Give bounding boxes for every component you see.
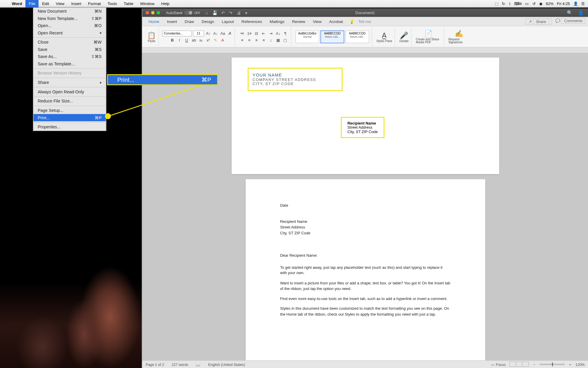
dropbox-icon[interactable]: ⬚ bbox=[495, 1, 499, 6]
sync-icon[interactable]: ↻ bbox=[502, 1, 505, 6]
share-button[interactable]: ↗ Share bbox=[526, 19, 552, 24]
close-icon[interactable] bbox=[146, 11, 149, 14]
italic-icon[interactable]: I bbox=[176, 37, 182, 43]
autosave-toggle[interactable] bbox=[184, 11, 193, 15]
tab-home[interactable]: Home bbox=[145, 17, 163, 25]
menu-table[interactable]: Table bbox=[120, 0, 137, 7]
menu-item[interactable]: Page Setup... bbox=[34, 107, 106, 114]
superscript-icon[interactable]: x² bbox=[205, 37, 211, 43]
numbering-icon[interactable]: 1≡ bbox=[246, 30, 252, 36]
menu-format[interactable]: Format bbox=[85, 0, 104, 7]
comments-button[interactable]: 💬 Comments bbox=[555, 19, 585, 24]
request-sign-button[interactable]: ✍Request Signatures bbox=[448, 30, 470, 44]
timemachine-icon[interactable]: ↺ bbox=[532, 1, 536, 6]
indent-icon[interactable]: ⇥ bbox=[268, 30, 274, 36]
align-center-icon[interactable]: ≡ bbox=[246, 37, 252, 43]
bold-icon[interactable]: B bbox=[169, 37, 175, 43]
search-icon[interactable]: 🔍 bbox=[567, 10, 573, 16]
tab-draw[interactable]: Draw bbox=[181, 17, 198, 25]
maximize-icon[interactable] bbox=[157, 11, 160, 14]
shrink-font-icon[interactable]: A↓ bbox=[213, 30, 218, 36]
paragraph-icon[interactable]: ¶ bbox=[282, 30, 288, 36]
tab-design[interactable]: Design bbox=[198, 17, 218, 25]
menu-item[interactable]: Reduce File Size... bbox=[34, 97, 106, 105]
highlight-icon[interactable]: ✎ bbox=[213, 37, 218, 43]
style-option[interactable]: AaBbCcDdEeNormal bbox=[295, 30, 319, 43]
menu-item[interactable]: Open...⌘O bbox=[34, 22, 106, 29]
menu-file[interactable]: File bbox=[26, 0, 39, 7]
view-buttons[interactable] bbox=[510, 362, 529, 367]
dictate-button[interactable]: 🎤Dictate bbox=[399, 31, 408, 42]
shading-icon[interactable]: ▦ bbox=[275, 37, 281, 43]
tab-insert[interactable]: Insert bbox=[163, 17, 181, 25]
menu-item[interactable]: Close⌘W bbox=[34, 39, 106, 46]
clear-format-icon[interactable]: A̸ bbox=[227, 30, 233, 36]
tab-view[interactable]: View bbox=[309, 17, 325, 25]
bullets-icon[interactable]: •≡ bbox=[239, 30, 245, 36]
menu-item[interactable]: New from Template...⇧⌘P bbox=[34, 15, 106, 22]
menu-item[interactable]: Save⌘S bbox=[34, 46, 106, 53]
menu-item[interactable]: Always Open Read-Only bbox=[34, 88, 106, 95]
outdent-icon[interactable]: ⇤ bbox=[261, 30, 267, 36]
align-left-icon[interactable]: ≡ bbox=[239, 37, 245, 43]
menu-item[interactable]: Properties... bbox=[34, 123, 106, 130]
menu-item[interactable]: Save as Template... bbox=[34, 60, 106, 67]
page-count[interactable]: Page 1 of 2 bbox=[146, 362, 164, 366]
chevron-down-icon[interactable]: ▾ bbox=[245, 10, 247, 15]
spellcheck-icon[interactable]: 📖 bbox=[196, 362, 201, 366]
word-count[interactable]: 227 words bbox=[172, 362, 188, 366]
strike-icon[interactable]: ab bbox=[191, 37, 197, 43]
menu-item[interactable]: Print...⌘P bbox=[34, 114, 106, 121]
account-icon[interactable]: 👤 bbox=[578, 10, 584, 16]
sender-block[interactable]: YOUR NAME COMPANY STREET ADDRESS CITY, S… bbox=[248, 68, 343, 91]
display-icon[interactable]: ▭ bbox=[525, 1, 529, 6]
home-icon[interactable]: ⌂ bbox=[205, 10, 208, 15]
menu-item[interactable]: New Document⌘N bbox=[34, 8, 106, 15]
styles-pane-button[interactable]: A̲Styles Pane bbox=[376, 31, 392, 42]
borders-icon[interactable]: ▢ bbox=[282, 37, 288, 43]
menu-item[interactable]: Share bbox=[34, 79, 106, 86]
menu-edit[interactable]: Edit bbox=[39, 0, 53, 7]
focus-mode[interactable]: ▭ Focus bbox=[491, 362, 506, 366]
tab-layout[interactable]: Layout bbox=[218, 17, 238, 25]
envelope-page[interactable]: YOUR NAME COMPANY STREET ADDRESS CITY, S… bbox=[231, 58, 499, 174]
menu-view[interactable]: View bbox=[52, 0, 68, 7]
tell-me[interactable]: Tell me bbox=[355, 17, 375, 25]
minimize-icon[interactable] bbox=[151, 11, 155, 14]
menu-help[interactable]: Help bbox=[158, 0, 173, 7]
bluetooth-icon[interactable]: ᚼ bbox=[509, 1, 511, 6]
font-color-icon[interactable]: A bbox=[220, 37, 225, 43]
keyboard-icon[interactable]: ⌨4 bbox=[514, 1, 522, 6]
battery-icon[interactable]: 62% bbox=[546, 1, 554, 6]
print-icon[interactable]: 🖨 bbox=[237, 10, 241, 15]
clock[interactable]: Fri 4:25 bbox=[557, 1, 570, 6]
justify-icon[interactable]: ≡ bbox=[261, 37, 267, 43]
zoom-slider[interactable] bbox=[539, 364, 565, 365]
recipient-block[interactable]: Recipient Name Street Address City, ST Z… bbox=[340, 117, 384, 138]
menu-item[interactable]: Open Recent bbox=[34, 29, 106, 36]
user-icon[interactable]: 👤 bbox=[573, 1, 578, 6]
wifi-icon[interactable]: ◉ bbox=[539, 1, 543, 6]
style-option[interactable]: AABBCCDDReturn Add... bbox=[345, 30, 369, 43]
subscript-icon[interactable]: x₂ bbox=[198, 37, 204, 43]
menu-item[interactable]: Save As...⇧⌘S bbox=[34, 53, 106, 60]
ruler[interactable] bbox=[142, 47, 588, 53]
line-spacing-icon[interactable]: ↕ bbox=[268, 37, 274, 43]
grow-font-icon[interactable]: A↑ bbox=[205, 30, 211, 36]
tab-review[interactable]: Review bbox=[288, 17, 309, 25]
language[interactable]: English (United States) bbox=[208, 362, 245, 366]
font-family-select[interactable]: Constantia... bbox=[162, 30, 192, 36]
font-size-select[interactable]: 11 bbox=[193, 30, 204, 36]
app-name[interactable]: Word bbox=[9, 0, 26, 7]
menu-window[interactable]: Window bbox=[137, 0, 158, 7]
paste-button[interactable]: 📋Paste bbox=[147, 31, 156, 42]
style-option[interactable]: AABBCCDDReturn Add... bbox=[320, 30, 344, 43]
align-right-icon[interactable]: ≡ bbox=[254, 37, 260, 43]
undo-icon[interactable]: ↶ bbox=[221, 10, 225, 15]
sort-icon[interactable]: A↓ bbox=[275, 30, 281, 36]
menu-icon[interactable]: ☰ bbox=[581, 1, 585, 6]
underline-icon[interactable]: U bbox=[184, 37, 190, 43]
tab-references[interactable]: References bbox=[238, 17, 266, 25]
tab-acrobat[interactable]: Acrobat bbox=[325, 17, 347, 25]
redo-icon[interactable]: ↷ bbox=[229, 10, 233, 15]
